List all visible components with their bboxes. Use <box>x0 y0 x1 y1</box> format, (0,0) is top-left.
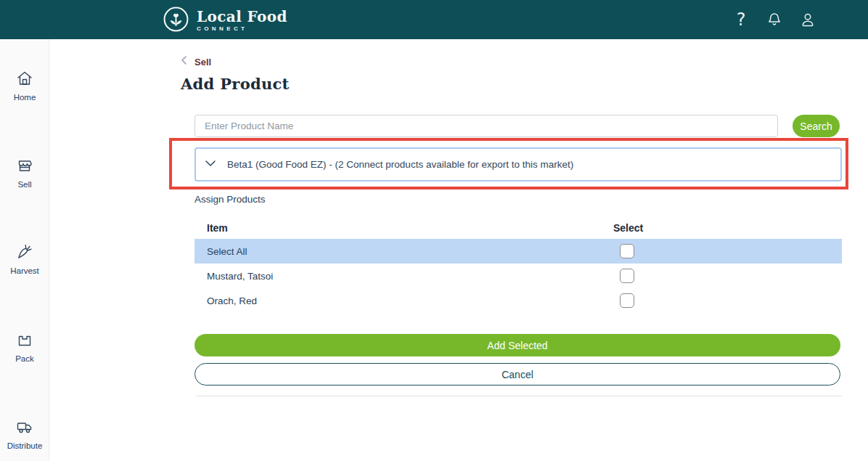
sidebar-item-pack[interactable]: Pack <box>0 330 49 363</box>
app-header: Local Food CONNECT ? <box>0 0 868 39</box>
table-row-select-all[interactable]: Select All <box>195 239 842 264</box>
add-selected-button[interactable]: Add Selected <box>195 334 840 356</box>
breadcrumb-label: Sell <box>195 57 211 68</box>
page-title: Add Product <box>181 75 290 93</box>
sidebar-item-label: Distribute <box>7 441 43 450</box>
table-row[interactable]: Orach, Red <box>195 288 842 313</box>
sidebar-item-harvest[interactable]: Harvest <box>0 242 49 275</box>
row-checkbox[interactable] <box>620 269 634 283</box>
help-icon[interactable]: ? <box>732 10 750 29</box>
carrot-icon <box>15 242 34 264</box>
bottom-divider <box>196 396 842 396</box>
logo-title: Local Food <box>197 9 287 24</box>
sidebar-item-label: Harvest <box>10 266 39 275</box>
product-name-input[interactable] <box>195 115 778 137</box>
table-row[interactable]: Mustard, Tatsoi <box>195 264 842 288</box>
search-button[interactable]: Search <box>793 115 840 137</box>
row-item-label: Select All <box>195 246 613 257</box>
account-icon[interactable] <box>798 10 817 29</box>
logo-text: Local Food CONNECT <box>197 9 287 32</box>
home-icon <box>15 69 34 91</box>
sidebar-item-distribute[interactable]: Distribute <box>0 417 49 450</box>
select-all-checkbox[interactable] <box>620 244 634 258</box>
market-dropdown[interactable]: Beta1 (Good Food EZ) - (2 Connect produc… <box>195 147 842 181</box>
chevron-left-icon <box>180 55 189 68</box>
logo-subtitle: CONNECT <box>197 26 287 32</box>
storefront-icon <box>15 156 34 178</box>
table-header-row: Item Select <box>195 216 842 239</box>
breadcrumb-back-sell[interactable]: Sell <box>180 55 211 68</box>
row-item-label: Orach, Red <box>195 295 613 306</box>
sidebar-item-label: Sell <box>17 180 31 189</box>
header-icons: ? <box>732 0 817 39</box>
column-header-item: Item <box>195 222 613 234</box>
notifications-icon[interactable] <box>765 10 784 29</box>
truck-icon <box>15 417 34 439</box>
logo-plant-heart-icon <box>163 6 189 36</box>
sidebar-item-sell[interactable]: Sell <box>0 156 49 189</box>
chevron-down-icon <box>203 156 218 174</box>
row-checkbox[interactable] <box>620 293 634 308</box>
page: Local Food CONNECT ? <box>0 0 868 461</box>
sidebar-item-label: Home <box>14 93 36 102</box>
logo: Local Food CONNECT <box>163 6 287 36</box>
cancel-button[interactable]: Cancel <box>195 363 840 385</box>
sidebar-item-home[interactable]: Home <box>0 69 49 102</box>
sidebar-nav: Home Sell Harvest <box>0 39 49 461</box>
column-header-select: Select <box>613 222 842 234</box>
package-icon <box>15 330 34 352</box>
market-dropdown-value: Beta1 (Good Food EZ) - (2 Connect produc… <box>227 159 573 170</box>
assign-products-label: Assign Products <box>195 194 266 205</box>
products-table: Item Select Select All Mustard, Tatsoi O… <box>195 216 842 313</box>
sidebar-item-label: Pack <box>15 354 34 363</box>
row-item-label: Mustard, Tatsoi <box>195 271 613 282</box>
